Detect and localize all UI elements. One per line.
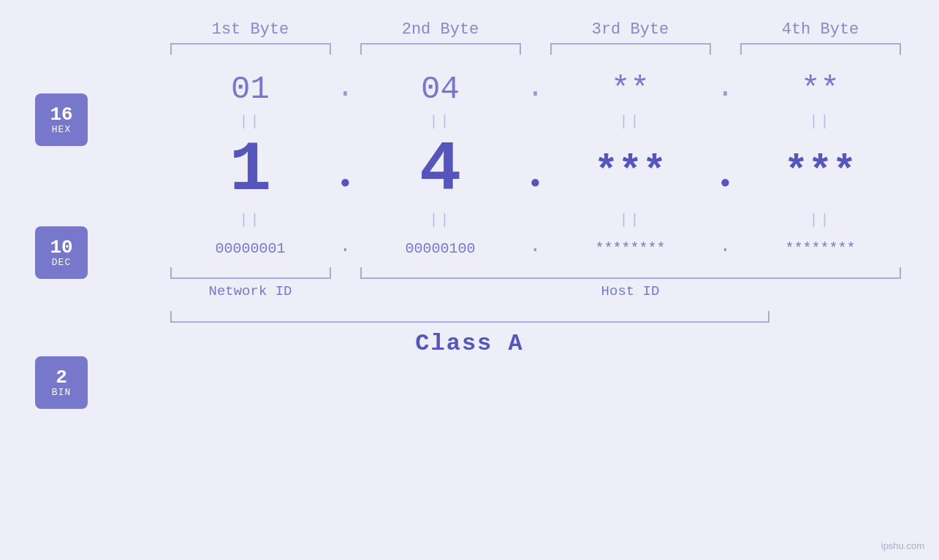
bottom-bracket-host	[360, 267, 901, 279]
dec-sep-2: ●	[521, 173, 550, 206]
bin-value-2: 00000100	[360, 240, 521, 257]
base-num-hex: 16	[50, 105, 72, 124]
base-badge-bin: 2 BIN	[35, 356, 88, 409]
hex-sep-2: .	[521, 72, 550, 107]
class-label: Class A	[415, 330, 523, 357]
bracket-4	[740, 43, 901, 55]
host-id-label: Host ID	[360, 283, 901, 299]
byte-label-2: 2nd Byte	[360, 20, 521, 39]
base-num-bin: 2	[56, 368, 67, 387]
bin-value-1: 00000001	[170, 240, 331, 257]
equals2-3: ||	[550, 212, 711, 229]
main-container: 1st Byte 2nd Byte 3rd Byte 4th Byte 01 .…	[0, 0, 939, 560]
base-badge-dec: 10 DEC	[35, 226, 88, 279]
bin-sep-1: .	[331, 234, 360, 257]
byte-label-4: 4th Byte	[740, 20, 901, 39]
dec-value-3: ***	[550, 138, 711, 207]
dec-value-4: ***	[740, 138, 901, 207]
bin-value-3: ********	[550, 240, 711, 257]
equals2-1: ||	[170, 212, 331, 229]
equals-3: ||	[550, 113, 711, 130]
dec-value-2: 4	[360, 136, 521, 206]
hex-value-2: 04	[360, 71, 521, 107]
dec-sep-3: ●	[711, 173, 740, 206]
hex-value-3: **	[550, 71, 711, 107]
equals2-2: ||	[360, 212, 521, 229]
big-bottom-bracket	[170, 311, 769, 323]
equals-2: ||	[360, 113, 521, 130]
bin-sep-2: .	[521, 234, 550, 257]
bracket-1	[170, 43, 331, 55]
hex-value-1: 01	[170, 71, 331, 107]
equals2-4: ||	[740, 212, 901, 229]
base-num-dec: 10	[50, 238, 72, 257]
base-name-hex: HEX	[52, 124, 71, 135]
base-name-bin: BIN	[52, 387, 71, 398]
bin-sep-3: .	[711, 234, 740, 257]
bottom-bracket-net	[170, 267, 331, 279]
hex-value-4: **	[740, 71, 901, 107]
network-id-label: Network ID	[170, 283, 331, 299]
hex-sep-1: .	[331, 72, 360, 107]
base-name-dec: DEC	[52, 257, 71, 268]
base-badge-hex: 16 HEX	[35, 93, 88, 146]
equals-4: ||	[740, 113, 901, 130]
byte-label-1: 1st Byte	[170, 20, 331, 39]
equals-1: ||	[170, 113, 331, 130]
bracket-2	[360, 43, 521, 55]
watermark: ipshu.com	[881, 540, 924, 551]
bin-value-4: ********	[740, 240, 901, 257]
bracket-3	[550, 43, 711, 55]
dec-sep-1: ●	[331, 173, 360, 206]
dec-value-1: 1	[170, 136, 331, 206]
hex-sep-3: .	[711, 72, 740, 107]
byte-label-3: 3rd Byte	[550, 20, 711, 39]
